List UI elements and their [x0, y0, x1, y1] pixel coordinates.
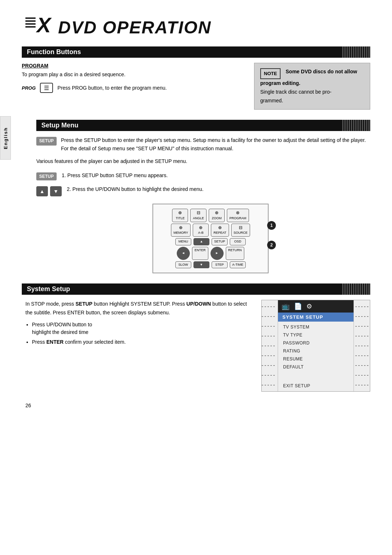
rdash-5: [355, 346, 368, 346]
rdash-1: [355, 306, 368, 307]
setup-badge: SETUP: [36, 137, 57, 145]
ss-menu-inner: 📺 📄 ⚙ SYSTEM SETUP TV SYSTEM TV TYPE: [278, 300, 354, 391]
menu-item-password: PASSWORD: [278, 339, 354, 347]
dashes-right: [355, 300, 370, 391]
ss-menu-full: 📺 📄 ⚙ SYSTEM SETUP TV SYSTEM TV TYPE: [261, 300, 370, 392]
setup-menu-section: Setup Menu SETUP Press the SETUP button …: [22, 120, 370, 273]
step2-text: 2. Press the UP/DOWN button to highlight…: [67, 185, 204, 193]
bullet-2: Press ENTER confirm your selected item.: [32, 338, 250, 346]
up-arrow-btn: ▲: [36, 186, 48, 196]
prog-row: PROG ☰ Press PROG button, to enter the p…: [22, 83, 243, 93]
ss-right: 📺 📄 ⚙ SYSTEM SETUP TV SYSTEM TV TYPE: [261, 300, 370, 392]
menu-item-default: DEFAULT: [278, 363, 354, 371]
btn-ab: ⊕A-B: [193, 224, 209, 237]
remote-grid: ⊕TITLE ⊟ANGLE ⊕ZOOM ⊗PROGRAM ⊕MEMORY ⊕A-…: [158, 209, 264, 268]
fb-right-note: NOTE Some DVD discs do not allowprogram …: [254, 63, 370, 110]
bullet-1: Press UP/DOWN button tohighlight the des…: [32, 321, 250, 336]
page-number: 26: [22, 403, 370, 408]
btn-atime: A-TIME: [230, 261, 246, 269]
btn-osd: OSD: [230, 238, 246, 245]
dashes-left: [262, 300, 276, 391]
ss-menu-topbar: 📺 📄 ⚙: [278, 300, 354, 313]
dash-5: [262, 346, 275, 346]
prog-icon: ☰: [40, 83, 53, 93]
btn-right: ►: [211, 247, 224, 260]
prog-instruction: Press PROG button, to enter the program …: [57, 85, 167, 91]
rdash-8: [355, 375, 368, 376]
setup-step-2: ▲ ▼ 2. Press the UP/DOWN button to highl…: [36, 185, 370, 196]
ss-left: In STOP mode, press SETUP button Highlig…: [25, 300, 250, 348]
rdash-3: [355, 326, 368, 327]
rdash-7: [355, 365, 368, 366]
down-arrow-btn: ▼: [50, 186, 62, 196]
logo: X: [25, 15, 51, 40]
dash-4: [262, 336, 275, 336]
ss-menu-header-row: SYSTEM SETUP: [278, 313, 354, 322]
logo-line-2: [25, 20, 36, 22]
callout-1: 1: [267, 221, 276, 230]
btn-repeat: ⊕REPEAT: [211, 224, 229, 237]
system-setup-section: System Setup In STOP mode, press SETUP b…: [22, 283, 370, 392]
fb-desc: To program play a disc in a desired sequ…: [22, 71, 243, 78]
menu-item-exit: EXIT SETUP: [278, 382, 354, 390]
rdash-9: [355, 385, 368, 385]
btn-menu: MENU: [175, 238, 191, 245]
remote-row-3: MENU ▲ SETUP OSD: [158, 238, 264, 245]
dash-2: [262, 316, 275, 317]
setup-steps: SETUP 1. Press SETUP button SETUP menu a…: [36, 172, 370, 196]
rdash-4: [355, 336, 368, 336]
function-buttons-header: Function Buttons: [22, 46, 370, 58]
remote-row-5: SLOW ▼ STEP A-TIME: [158, 261, 264, 269]
ss-menu-items: TV SYSTEM TV TYPE PASSWORD RATING RESUME…: [278, 322, 354, 391]
setup-menu-header: Setup Menu: [36, 120, 370, 131]
btn-step: STEP: [212, 261, 228, 269]
rdash-2: [355, 316, 368, 317]
fb-left: PROGRAM To program play a disc in a desi…: [22, 63, 243, 93]
step1-badge: SETUP: [36, 172, 57, 180]
system-setup-menu-header: SYSTEM SETUP: [282, 314, 323, 320]
ss-bullets: Press UP/DOWN button tohighlight the des…: [32, 321, 250, 346]
menu-item-tv-system: TV SYSTEM: [278, 323, 354, 331]
btn-setup: SETUP: [212, 238, 228, 245]
btn-up: ▲: [193, 238, 209, 245]
ss-paragraph: In STOP mode, press SETUP button Highlig…: [25, 300, 250, 317]
btn-slow: SLOW: [175, 261, 191, 269]
menu-spacer: [278, 371, 354, 382]
remote-row-2: ⊕MEMORY ⊕A-B ⊕REPEAT ⊟SOURCE: [158, 224, 264, 237]
btn-angle: ⊟ANGLE: [190, 209, 207, 222]
menu-icon-tv: 📺: [282, 302, 290, 310]
setup-menu-title: Setup Menu: [41, 122, 78, 129]
btn-zoom: ⊕ZOOM: [209, 209, 225, 222]
menu-item-rating: RATING: [278, 347, 354, 355]
page-header: X DVD OPERATION: [22, 15, 370, 40]
btn-left: ◄: [177, 247, 190, 260]
btn-source: ⊟SOURCE: [231, 224, 250, 237]
function-buttons-section: Function Buttons PROGRAM To program play…: [22, 46, 370, 110]
logo-line-1: [25, 17, 36, 19]
system-setup-title: System Setup: [27, 285, 70, 293]
language-text: English: [3, 127, 8, 149]
btn-memory: ⊕MEMORY: [171, 224, 191, 237]
ss-content: In STOP mode, press SETUP button Highlig…: [22, 300, 370, 392]
setup-intro-text: Press the SETUP button to enter the play…: [61, 136, 370, 152]
system-setup-header: System Setup: [22, 283, 370, 295]
function-buttons-title: Function Buttons: [27, 48, 81, 56]
dash-1: [262, 306, 275, 307]
btn-return: RETURN: [226, 247, 245, 260]
side-language-label: English: [0, 116, 11, 160]
logo-lines: [25, 17, 36, 28]
btn-enter: ENTER: [192, 247, 208, 260]
setup-intro: SETUP Press the SETUP button to enter th…: [36, 136, 370, 152]
menu-icon-gear: ⚙: [306, 302, 312, 310]
dash-9: [262, 385, 275, 385]
page: English X DVD OPERATION Function Buttons…: [0, 0, 392, 555]
btn-title: ⊕TITLE: [172, 209, 188, 222]
note-label: NOTE: [260, 68, 281, 79]
page-title: DVD OPERATION: [58, 17, 211, 37]
logo-x-letter: X: [37, 15, 51, 36]
btn-program: ⊗PROGRAM: [227, 209, 249, 222]
prog-badge: PROG: [22, 85, 36, 91]
btn-down: ▼: [193, 261, 209, 269]
dash-7: [262, 365, 275, 366]
dash-3: [262, 326, 275, 327]
